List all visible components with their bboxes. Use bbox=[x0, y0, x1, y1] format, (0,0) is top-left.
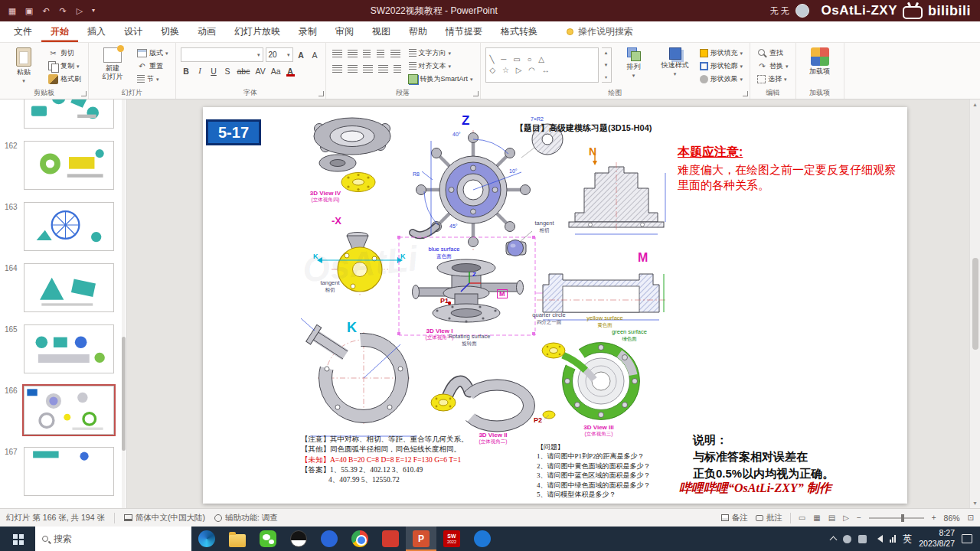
slide-thumbnail[interactable] bbox=[24, 263, 114, 312]
shape-effects-button[interactable]: 形状效果▾ bbox=[697, 73, 746, 85]
volume-icon[interactable] bbox=[874, 535, 883, 543]
bullets-button[interactable] bbox=[331, 47, 344, 60]
tray-icon-2[interactable] bbox=[858, 535, 867, 543]
tab-insert[interactable]: 插入 bbox=[78, 21, 115, 42]
grow-font-button[interactable]: A bbox=[296, 48, 307, 61]
find-button[interactable]: 查找 bbox=[755, 47, 791, 59]
apps-grid-icon[interactable]: ▦ bbox=[5, 3, 20, 18]
c-pipe-drawing[interactable] bbox=[301, 318, 417, 436]
font-size-combobox[interactable]: 20▾ bbox=[266, 47, 293, 62]
thumbnail-item-163[interactable]: 163 bbox=[0, 196, 126, 257]
thumbnail-item-166-selected[interactable]: 166 bbox=[0, 380, 126, 441]
tray-icon-1[interactable] bbox=[843, 535, 851, 543]
slide-badge[interactable]: 5-17 bbox=[206, 119, 261, 145]
character-spacing-button[interactable]: AV bbox=[253, 64, 266, 77]
reset-button[interactable]: ↶重置 bbox=[135, 60, 171, 72]
slide-counter[interactable]: 幻灯片 第 166 张, 共 194 张 bbox=[6, 513, 105, 523]
credit-textbox[interactable]: 哔哩哔哩“OsAtLi-ZXY” 制作 bbox=[679, 481, 831, 497]
select-button[interactable]: 选择▾ bbox=[755, 73, 791, 85]
tab-animations[interactable]: 动画 bbox=[188, 21, 225, 42]
numbering-button[interactable] bbox=[346, 47, 359, 60]
flange-assembly-3d[interactable] bbox=[314, 118, 390, 192]
align-right-button[interactable] bbox=[361, 63, 374, 76]
tab-review[interactable]: 审阅 bbox=[326, 21, 363, 42]
thumbnail-item-165[interactable]: 165 bbox=[0, 318, 126, 380]
thumbnail-item-167[interactable]: 167 bbox=[0, 441, 126, 502]
change-case-button[interactable]: Aa bbox=[270, 64, 283, 77]
zoom-in-button[interactable]: + bbox=[932, 514, 936, 522]
dialog-launcher-icon[interactable] bbox=[318, 91, 324, 96]
taskbar-wechat[interactable] bbox=[253, 527, 283, 551]
exercise-title[interactable]: 【题目】高级建模练习题(3D15-H04) bbox=[515, 122, 652, 134]
slide-thumbnail[interactable] bbox=[24, 141, 114, 190]
decrease-indent-button[interactable] bbox=[361, 47, 373, 60]
dialog-launcher-icon[interactable] bbox=[743, 91, 748, 96]
scroll-up-icon[interactable]: ▲ bbox=[604, 51, 609, 55]
tab-record[interactable]: 录制 bbox=[289, 21, 326, 42]
scroll-down-icon[interactable]: ▼ bbox=[604, 63, 609, 67]
tab-view[interactable]: 视图 bbox=[363, 21, 400, 42]
taskbar-browser[interactable] bbox=[467, 527, 498, 551]
format-painter-button[interactable]: 格式刷 bbox=[46, 73, 83, 85]
slide-thumbnail[interactable] bbox=[24, 99, 114, 129]
shape-outline-button[interactable]: 形状轮廓▾ bbox=[697, 60, 746, 72]
font-color-button[interactable]: A bbox=[285, 64, 296, 77]
tab-slideshow[interactable]: 幻灯片放映 bbox=[225, 21, 289, 42]
replace-button[interactable]: ↷替换▾ bbox=[755, 60, 791, 72]
tell-me-search[interactable]: 操作说明搜索 bbox=[567, 21, 633, 42]
layout-button[interactable]: 版式▾ bbox=[135, 47, 171, 59]
arrange-button[interactable]: 排列 ▾ bbox=[615, 45, 653, 78]
account-name[interactable]: 无 无 bbox=[769, 5, 789, 17]
paste-button[interactable]: 粘贴 ▾ bbox=[5, 45, 43, 83]
zoom-out-button[interactable]: − bbox=[857, 514, 861, 522]
justify-button[interactable] bbox=[377, 63, 390, 76]
tab-transitions[interactable]: 切换 bbox=[152, 21, 188, 42]
scroll-down-icon[interactable]: ▼ bbox=[972, 500, 978, 506]
copy-button[interactable]: 复制▾ bbox=[46, 60, 83, 72]
avatar[interactable] bbox=[795, 4, 809, 18]
thumbnail-scrollbar[interactable] bbox=[122, 99, 126, 508]
qat-dropdown-icon[interactable]: ▾ bbox=[89, 3, 98, 18]
slideshow-view-button[interactable]: ▷ bbox=[843, 514, 849, 522]
spec-textbox[interactable]: 说明： 与标准答案相对误差在 正负0.5%以内均视为正确。 bbox=[693, 432, 834, 481]
line-spacing-button[interactable] bbox=[389, 47, 402, 60]
notes-toggle[interactable]: 备注 bbox=[721, 513, 748, 523]
taskbar-search-box[interactable]: 搜索 bbox=[35, 527, 191, 551]
slide-166[interactable]: OsAtLi 5-17 【题目】高级建模练习题(3D15-H04) 本题应注意:… bbox=[203, 107, 907, 504]
strikethrough-button[interactable]: abc bbox=[236, 64, 252, 77]
normal-view-button[interactable]: ▭ bbox=[799, 514, 805, 522]
slide-thumbnail[interactable] bbox=[24, 447, 114, 496]
scrollbar-thumb[interactable] bbox=[122, 337, 126, 452]
pipe-part-3d-view2[interactable] bbox=[431, 380, 535, 432]
accessibility-status[interactable]: 辅助功能: 调查 bbox=[214, 513, 278, 523]
tab-design[interactable]: 设计 bbox=[115, 21, 152, 42]
start-slideshow-icon[interactable]: ▷ bbox=[72, 3, 87, 18]
questions-textbox[interactable]: 【问题】 1、请问图中P1到P2的距离是多少？ 2、请问图中黄色面域的面积是多少… bbox=[537, 442, 651, 499]
align-left-button[interactable] bbox=[331, 63, 344, 76]
redo-icon[interactable]: ↷ bbox=[55, 3, 70, 18]
zoom-slider-thumb[interactable] bbox=[901, 514, 904, 522]
taskbar-chrome[interactable] bbox=[345, 527, 375, 551]
zoom-slider[interactable] bbox=[869, 517, 924, 519]
font-name-combobox[interactable]: ▾ bbox=[181, 47, 263, 62]
slide-thumbnail[interactable] bbox=[24, 202, 114, 251]
language-status[interactable]: 简体中文(中国大陆) bbox=[124, 513, 205, 523]
fit-to-window-button[interactable]: ⊡ bbox=[968, 514, 974, 522]
shrink-font-button[interactable]: A bbox=[309, 48, 321, 61]
dialog-launcher-icon[interactable] bbox=[473, 91, 479, 96]
green-part-3d-view3[interactable] bbox=[542, 343, 640, 420]
tab-storyboard[interactable]: 情节提要 bbox=[436, 21, 492, 42]
cut-button[interactable]: ✂剪切 bbox=[46, 47, 83, 59]
taskbar-solidworks[interactable]: SW2022 bbox=[436, 527, 467, 551]
save-icon[interactable]: ▣ bbox=[21, 3, 37, 18]
shape-gallery[interactable]: ╲ ─ ▭ ○ △ ◇ ☆ ▷ ◠ ↔ bbox=[485, 47, 599, 83]
scroll-up-icon[interactable]: ▲ bbox=[972, 102, 978, 107]
slide-thumbnail[interactable] bbox=[24, 324, 114, 373]
main-part-3d-view1[interactable] bbox=[397, 231, 543, 335]
gear-wheel-drawing[interactable] bbox=[413, 130, 531, 251]
taskbar-qq[interactable] bbox=[283, 527, 314, 551]
shadow-button[interactable]: S bbox=[222, 64, 234, 77]
shape-gallery-scroll[interactable]: ▲ ▼ ▾ bbox=[602, 47, 612, 83]
slide-sorter-button[interactable]: ▦ bbox=[813, 514, 820, 522]
taskbar-file-explorer[interactable] bbox=[222, 527, 253, 551]
